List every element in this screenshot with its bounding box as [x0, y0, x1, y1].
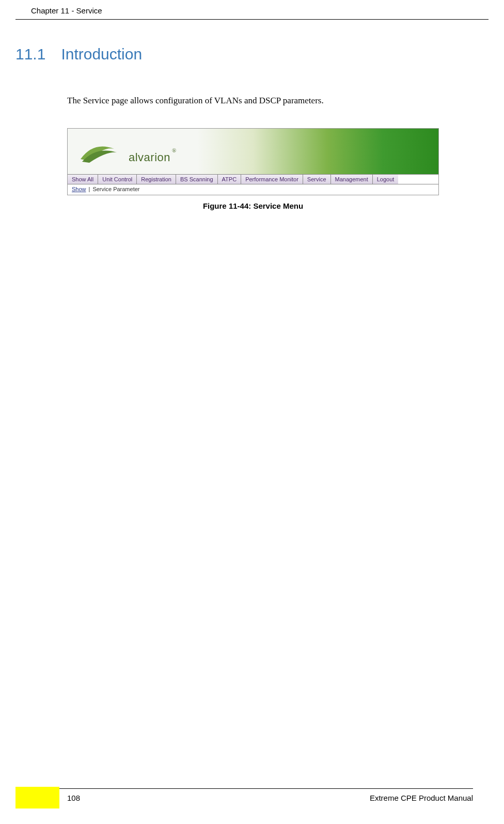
section-title: Introduction: [61, 45, 142, 63]
tab-atpc[interactable]: ATPC: [218, 175, 242, 184]
section-number: 11.1: [15, 45, 45, 63]
figure-container: alvarion ® Show All Unit Control Registr…: [67, 128, 439, 210]
tab-registration[interactable]: Registration: [137, 175, 176, 184]
footer-rule: [59, 788, 473, 789]
main-tab-row: Show All Unit Control Registration BS Sc…: [68, 174, 438, 184]
chapter-label: Chapter 11 - Service: [31, 6, 102, 15]
footer-yellow-block: [15, 787, 59, 809]
subnav-show-link[interactable]: Show: [68, 185, 89, 193]
figure-caption: Figure 11-44: Service Menu: [67, 201, 439, 210]
logo-text: alvarion: [129, 151, 170, 164]
registered-mark: ®: [172, 147, 176, 153]
chapter-header: Chapter 11 - Service: [15, 0, 489, 20]
tab-show-all[interactable]: Show All: [68, 175, 98, 184]
manual-title: Extreme CPE Product Manual: [370, 794, 473, 802]
tab-bs-scanning[interactable]: BS Scanning: [176, 175, 218, 184]
subnav-service-parameter: Service Parameter: [90, 185, 142, 193]
sub-nav-row: Show | Service Parameter: [68, 184, 438, 195]
page-footer: 108 Extreme CPE Product Manual: [0, 778, 504, 809]
page-number: 108: [67, 794, 80, 802]
section-heading: 11.1Introduction: [0, 20, 504, 63]
tab-logout[interactable]: Logout: [373, 175, 399, 184]
tab-unit-control[interactable]: Unit Control: [98, 175, 137, 184]
logo-banner: alvarion ®: [68, 129, 438, 174]
alvarion-swoosh-icon: [78, 136, 124, 167]
tab-service[interactable]: Service: [303, 175, 331, 184]
intro-paragraph: The Service page allows configuration of…: [0, 63, 504, 107]
tab-management[interactable]: Management: [331, 175, 373, 184]
service-menu-screenshot: alvarion ® Show All Unit Control Registr…: [67, 128, 439, 195]
tab-performance-monitor[interactable]: Performance Monitor: [241, 175, 303, 184]
